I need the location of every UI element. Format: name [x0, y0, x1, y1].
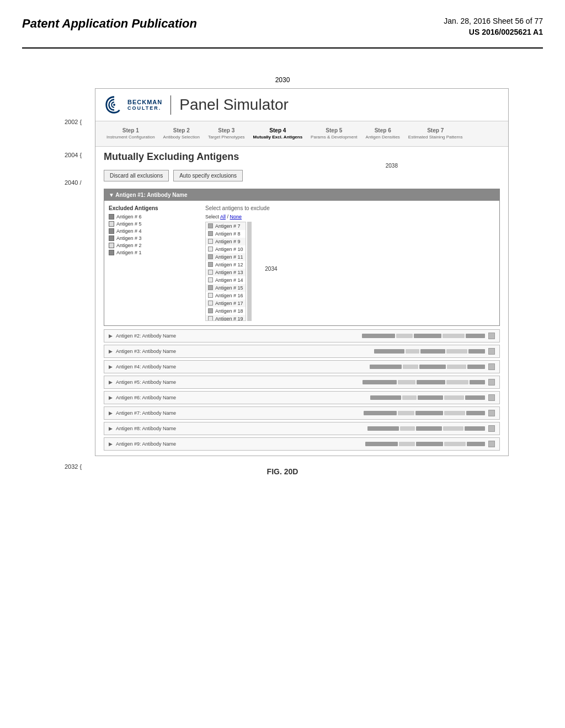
mini-cb-15[interactable]	[208, 285, 213, 290]
antigen-7-row[interactable]: ▶ Antigen #7: Antibody Name	[104, 406, 500, 420]
mini-cb-11[interactable]	[208, 254, 213, 259]
checkbox-4[interactable]	[109, 228, 114, 234]
select-all-link[interactable]: All	[220, 214, 226, 220]
bar4-s4	[447, 365, 466, 369]
antigen-5-row[interactable]: ▶ Antigen #5: Antibody Name	[104, 376, 500, 389]
antigen-7-label: Antigen #7: Antibody Name	[116, 410, 360, 416]
row-icon-5	[488, 379, 495, 386]
bar4-s5	[467, 365, 485, 369]
antigen-7-triangle: ▶	[109, 410, 113, 416]
row-icon-2	[488, 333, 495, 339]
logo-divider	[170, 95, 171, 115]
logo-group: BECKMAN COULTER.	[104, 94, 162, 115]
antigen-1-header[interactable]: ▼ Antigen #1: Antibody Name	[104, 189, 499, 201]
list-item-12[interactable]: Antigen # 12	[206, 261, 246, 269]
logo-beckman: BECKMAN	[127, 99, 162, 105]
list-item-9[interactable]: Antigen # 9	[206, 238, 246, 245]
bar4-s1	[370, 365, 402, 369]
antigen-5-bars	[363, 380, 485, 384]
step-7[interactable]: Step 7 Estimated Staining Patterns	[406, 126, 466, 142]
antigen-3-triangle: ▶	[109, 349, 113, 354]
figure-wrapper: 2002 { 2004 { 2040 / 2032 {	[56, 88, 509, 456]
antigen-9-row[interactable]: ▶ Antigen #9: Antibody Name	[104, 437, 500, 451]
patent-meta: Jan. 28, 2016 Sheet 56 of 77 US 2016/002…	[444, 17, 543, 36]
antigen-list-box[interactable]: Antigen # 7 Antigen # 8	[205, 222, 246, 321]
antigen-7-bars	[364, 411, 485, 415]
mini-cb-8[interactable]	[208, 231, 213, 236]
ann-2040: 2040 /	[65, 179, 82, 186]
app-title: Panel Simulator	[179, 96, 289, 114]
checkbox-6[interactable]	[109, 214, 114, 220]
list-item-10[interactable]: Antigen # 10	[206, 245, 246, 253]
antigen-4-row[interactable]: ▶ Antigen #4: Antibody Name	[104, 360, 500, 373]
mini-cb-14[interactable]	[208, 277, 213, 282]
antigen-1-expanded: ▼ Antigen #1: Antibody Name Excluded Ant…	[104, 189, 500, 326]
row-icon-3	[488, 348, 495, 355]
checkbox-2[interactable]	[109, 243, 114, 248]
step-1[interactable]: Step 1 Instrument Configuration	[104, 126, 158, 142]
mini-cb-19[interactable]	[208, 316, 213, 321]
bar-seg-4	[443, 334, 465, 338]
step-5[interactable]: Step 5 Params & Development	[308, 126, 360, 142]
app-window: BECKMAN COULTER. Panel Simulator Step 1	[95, 88, 509, 456]
list-item-8[interactable]: Antigen # 8	[206, 230, 246, 238]
mini-cb-13[interactable]	[208, 270, 213, 275]
step-6[interactable]: Step 6 Antigen Densities	[363, 126, 403, 142]
mini-cb-18[interactable]	[208, 308, 213, 313]
bar6-s5	[465, 395, 485, 400]
bar5-s2	[398, 380, 415, 384]
checkbox-5[interactable]	[109, 221, 114, 227]
list-item-16[interactable]: Antigen # 16	[206, 292, 246, 299]
mini-cb-12[interactable]	[208, 262, 213, 267]
excluded-item-4: Antigen # 4	[109, 228, 197, 234]
antigen-4-triangle: ▶	[109, 364, 113, 370]
excluded-list: Antigen # 6 Antigen # 5	[109, 214, 197, 255]
antigen-9-label: Antigen #9: Antibody Name	[116, 441, 362, 447]
antigen-2-row[interactable]: ▶ Antigen #2: Antibody Name	[104, 329, 500, 342]
bar8-s4	[443, 426, 463, 431]
bar-seg-1	[362, 334, 395, 338]
discard-exclusions-button[interactable]: Discard all exclusions	[104, 170, 169, 181]
bar8-s1	[367, 426, 399, 431]
auto-specify-button[interactable]: Auto specify exclusions	[173, 170, 243, 181]
list-item-19[interactable]: Antigen # 19	[206, 315, 246, 321]
checkbox-1[interactable]	[109, 250, 114, 255]
checkbox-3[interactable]	[109, 235, 114, 241]
ann-2004: 2004 {	[65, 152, 82, 158]
antigen-8-triangle: ▶	[109, 426, 113, 431]
bar5-s5	[470, 380, 485, 384]
logo-coulter: COULTER.	[127, 105, 162, 111]
date-sheet: Jan. 28, 2016 Sheet 56 of 77	[444, 17, 543, 25]
antigen-9-bars	[365, 442, 485, 446]
antigen-2-bars	[362, 334, 485, 338]
app-header: BECKMAN COULTER. Panel Simulator	[95, 89, 508, 121]
bar9-s2	[399, 442, 415, 446]
bar-seg-3	[414, 334, 441, 338]
select-none-link[interactable]: None	[230, 214, 242, 220]
step-4[interactable]: Step 4 Mutually Excl. Antigens	[250, 126, 306, 142]
antigen-6-row[interactable]: ▶ Antigen #6: Antibody Name	[104, 391, 500, 404]
bar8-s5	[465, 426, 485, 431]
antigen-4-bars	[370, 365, 485, 369]
mini-cb-17[interactable]	[208, 301, 213, 306]
bar9-s3	[416, 442, 443, 446]
list-item-15[interactable]: Antigen # 15	[206, 284, 246, 292]
mini-cb-7[interactable]	[208, 223, 213, 228]
list-item-14[interactable]: Antigen # 14	[206, 276, 246, 284]
mini-cb-9[interactable]	[208, 239, 213, 244]
step-2[interactable]: Step 2 Antibody Selection	[161, 126, 202, 142]
mini-cb-16[interactable]	[208, 293, 213, 298]
select-panel-title: Select antigens to exclude	[205, 205, 495, 211]
scrollbar[interactable]	[247, 222, 252, 321]
section-title-bar: Mutually Excluding Antigens	[95, 147, 508, 167]
list-item-7[interactable]: Antigen # 7	[206, 222, 246, 230]
bar4-s2	[403, 365, 418, 369]
mini-cb-10[interactable]	[208, 247, 213, 251]
antigen-3-row[interactable]: ▶ Antigen #3: Antibody Name	[104, 345, 500, 358]
list-item-17[interactable]: Antigen # 17	[206, 299, 246, 307]
list-item-11[interactable]: Antigen # 11	[206, 253, 246, 261]
list-item-18[interactable]: Antigen # 18	[206, 307, 246, 315]
list-item-13[interactable]: Antigen # 13	[206, 269, 246, 276]
antigen-8-row[interactable]: ▶ Antigen #8: Antibody Name	[104, 422, 500, 435]
step-3[interactable]: Step 3 Target Phenotypes	[205, 126, 248, 142]
